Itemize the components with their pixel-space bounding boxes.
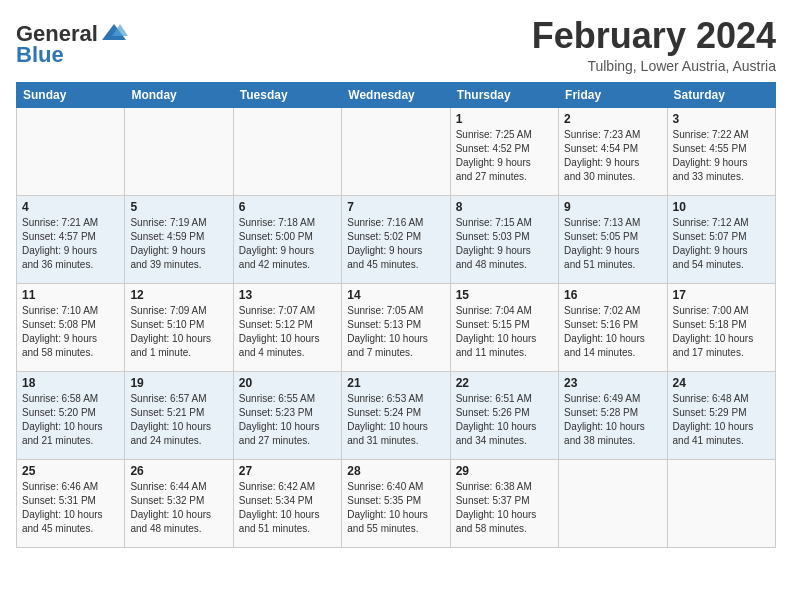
calendar-body: 1Sunrise: 7:25 AM Sunset: 4:52 PM Daylig…: [17, 107, 776, 547]
day-info: Sunrise: 7:05 AM Sunset: 5:13 PM Dayligh…: [347, 304, 444, 360]
day-info: Sunrise: 7:02 AM Sunset: 5:16 PM Dayligh…: [564, 304, 661, 360]
day-info: Sunrise: 7:18 AM Sunset: 5:00 PM Dayligh…: [239, 216, 336, 272]
day-info: Sunrise: 7:07 AM Sunset: 5:12 PM Dayligh…: [239, 304, 336, 360]
day-info: Sunrise: 6:57 AM Sunset: 5:21 PM Dayligh…: [130, 392, 227, 448]
day-number: 19: [130, 376, 227, 390]
day-number: 17: [673, 288, 770, 302]
day-number: 7: [347, 200, 444, 214]
day-info: Sunrise: 6:51 AM Sunset: 5:26 PM Dayligh…: [456, 392, 553, 448]
day-number: 5: [130, 200, 227, 214]
day-info: Sunrise: 7:22 AM Sunset: 4:55 PM Dayligh…: [673, 128, 770, 184]
day-info: Sunrise: 7:23 AM Sunset: 4:54 PM Dayligh…: [564, 128, 661, 184]
calendar-cell: 16Sunrise: 7:02 AM Sunset: 5:16 PM Dayli…: [559, 283, 667, 371]
calendar-cell: 2Sunrise: 7:23 AM Sunset: 4:54 PM Daylig…: [559, 107, 667, 195]
location-subtitle: Tulbing, Lower Austria, Austria: [532, 58, 776, 74]
header-sunday: Sunday: [17, 82, 125, 107]
day-number: 14: [347, 288, 444, 302]
day-number: 3: [673, 112, 770, 126]
calendar-cell: 27Sunrise: 6:42 AM Sunset: 5:34 PM Dayli…: [233, 459, 341, 547]
week-row-2: 4Sunrise: 7:21 AM Sunset: 4:57 PM Daylig…: [17, 195, 776, 283]
calendar-cell: 10Sunrise: 7:12 AM Sunset: 5:07 PM Dayli…: [667, 195, 775, 283]
calendar-cell: 25Sunrise: 6:46 AM Sunset: 5:31 PM Dayli…: [17, 459, 125, 547]
day-number: 28: [347, 464, 444, 478]
day-number: 9: [564, 200, 661, 214]
day-info: Sunrise: 6:44 AM Sunset: 5:32 PM Dayligh…: [130, 480, 227, 536]
header-monday: Monday: [125, 82, 233, 107]
logo-icon: [100, 20, 128, 48]
day-number: 25: [22, 464, 119, 478]
calendar-cell: 7Sunrise: 7:16 AM Sunset: 5:02 PM Daylig…: [342, 195, 450, 283]
title-area: February 2024 Tulbing, Lower Austria, Au…: [532, 16, 776, 74]
calendar-cell: 24Sunrise: 6:48 AM Sunset: 5:29 PM Dayli…: [667, 371, 775, 459]
day-number: 10: [673, 200, 770, 214]
page-header: General Blue February 2024 Tulbing, Lowe…: [16, 16, 776, 74]
day-info: Sunrise: 6:40 AM Sunset: 5:35 PM Dayligh…: [347, 480, 444, 536]
day-info: Sunrise: 7:10 AM Sunset: 5:08 PM Dayligh…: [22, 304, 119, 360]
calendar-cell: 17Sunrise: 7:00 AM Sunset: 5:18 PM Dayli…: [667, 283, 775, 371]
day-info: Sunrise: 7:12 AM Sunset: 5:07 PM Dayligh…: [673, 216, 770, 272]
day-number: 4: [22, 200, 119, 214]
calendar-cell: 22Sunrise: 6:51 AM Sunset: 5:26 PM Dayli…: [450, 371, 558, 459]
calendar-cell: [125, 107, 233, 195]
logo: General Blue: [16, 20, 128, 66]
calendar-cell: 4Sunrise: 7:21 AM Sunset: 4:57 PM Daylig…: [17, 195, 125, 283]
header-row: SundayMondayTuesdayWednesdayThursdayFrid…: [17, 82, 776, 107]
header-wednesday: Wednesday: [342, 82, 450, 107]
day-info: Sunrise: 7:16 AM Sunset: 5:02 PM Dayligh…: [347, 216, 444, 272]
day-number: 29: [456, 464, 553, 478]
calendar-header: SundayMondayTuesdayWednesdayThursdayFrid…: [17, 82, 776, 107]
header-tuesday: Tuesday: [233, 82, 341, 107]
day-number: 2: [564, 112, 661, 126]
calendar-cell: 14Sunrise: 7:05 AM Sunset: 5:13 PM Dayli…: [342, 283, 450, 371]
day-number: 12: [130, 288, 227, 302]
calendar-cell: 18Sunrise: 6:58 AM Sunset: 5:20 PM Dayli…: [17, 371, 125, 459]
day-info: Sunrise: 6:49 AM Sunset: 5:28 PM Dayligh…: [564, 392, 661, 448]
day-number: 21: [347, 376, 444, 390]
day-info: Sunrise: 7:00 AM Sunset: 5:18 PM Dayligh…: [673, 304, 770, 360]
calendar-cell: [17, 107, 125, 195]
day-number: 22: [456, 376, 553, 390]
calendar-cell: [667, 459, 775, 547]
header-thursday: Thursday: [450, 82, 558, 107]
day-number: 24: [673, 376, 770, 390]
logo-text-blue: Blue: [16, 42, 64, 67]
header-friday: Friday: [559, 82, 667, 107]
day-info: Sunrise: 6:55 AM Sunset: 5:23 PM Dayligh…: [239, 392, 336, 448]
day-info: Sunrise: 6:48 AM Sunset: 5:29 PM Dayligh…: [673, 392, 770, 448]
day-number: 16: [564, 288, 661, 302]
calendar-cell: 12Sunrise: 7:09 AM Sunset: 5:10 PM Dayli…: [125, 283, 233, 371]
day-info: Sunrise: 7:04 AM Sunset: 5:15 PM Dayligh…: [456, 304, 553, 360]
calendar-cell: 28Sunrise: 6:40 AM Sunset: 5:35 PM Dayli…: [342, 459, 450, 547]
calendar-cell: 8Sunrise: 7:15 AM Sunset: 5:03 PM Daylig…: [450, 195, 558, 283]
day-number: 11: [22, 288, 119, 302]
calendar-cell: 20Sunrise: 6:55 AM Sunset: 5:23 PM Dayli…: [233, 371, 341, 459]
day-number: 26: [130, 464, 227, 478]
calendar-cell: 11Sunrise: 7:10 AM Sunset: 5:08 PM Dayli…: [17, 283, 125, 371]
calendar-cell: 26Sunrise: 6:44 AM Sunset: 5:32 PM Dayli…: [125, 459, 233, 547]
calendar-cell: 9Sunrise: 7:13 AM Sunset: 5:05 PM Daylig…: [559, 195, 667, 283]
day-number: 15: [456, 288, 553, 302]
day-info: Sunrise: 6:46 AM Sunset: 5:31 PM Dayligh…: [22, 480, 119, 536]
calendar-cell: [559, 459, 667, 547]
calendar-cell: 29Sunrise: 6:38 AM Sunset: 5:37 PM Dayli…: [450, 459, 558, 547]
calendar-cell: 23Sunrise: 6:49 AM Sunset: 5:28 PM Dayli…: [559, 371, 667, 459]
month-year-title: February 2024: [532, 16, 776, 56]
calendar-cell: 21Sunrise: 6:53 AM Sunset: 5:24 PM Dayli…: [342, 371, 450, 459]
day-info: Sunrise: 7:19 AM Sunset: 4:59 PM Dayligh…: [130, 216, 227, 272]
day-info: Sunrise: 7:25 AM Sunset: 4:52 PM Dayligh…: [456, 128, 553, 184]
calendar-cell: 6Sunrise: 7:18 AM Sunset: 5:00 PM Daylig…: [233, 195, 341, 283]
day-number: 6: [239, 200, 336, 214]
day-info: Sunrise: 6:53 AM Sunset: 5:24 PM Dayligh…: [347, 392, 444, 448]
calendar-cell: [342, 107, 450, 195]
day-info: Sunrise: 7:13 AM Sunset: 5:05 PM Dayligh…: [564, 216, 661, 272]
week-row-5: 25Sunrise: 6:46 AM Sunset: 5:31 PM Dayli…: [17, 459, 776, 547]
day-info: Sunrise: 7:09 AM Sunset: 5:10 PM Dayligh…: [130, 304, 227, 360]
day-info: Sunrise: 7:15 AM Sunset: 5:03 PM Dayligh…: [456, 216, 553, 272]
calendar-cell: 15Sunrise: 7:04 AM Sunset: 5:15 PM Dayli…: [450, 283, 558, 371]
calendar-table: SundayMondayTuesdayWednesdayThursdayFrid…: [16, 82, 776, 548]
week-row-3: 11Sunrise: 7:10 AM Sunset: 5:08 PM Dayli…: [17, 283, 776, 371]
day-number: 23: [564, 376, 661, 390]
day-number: 8: [456, 200, 553, 214]
day-number: 18: [22, 376, 119, 390]
day-info: Sunrise: 6:42 AM Sunset: 5:34 PM Dayligh…: [239, 480, 336, 536]
